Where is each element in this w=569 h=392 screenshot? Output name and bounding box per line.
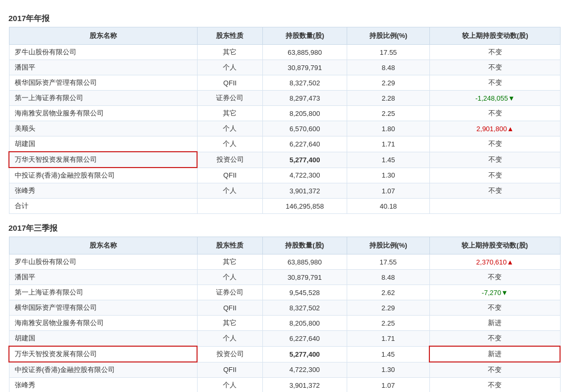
cell-shares: 3,901,372 <box>262 378 347 393</box>
col-header-ratio1: 持股比例(%) <box>347 27 429 45</box>
cell-name: 合计 <box>9 199 197 214</box>
section1-table: 股东名称 股东性质 持股数量(股) 持股比例(%) 较上期持股变动数(股) 罗牛… <box>8 27 561 214</box>
cell-type: QFII <box>197 300 262 316</box>
cell-name: 张峰秀 <box>9 183 197 199</box>
col-header-type2: 股东性质 <box>197 237 262 254</box>
cell-name: 中投证券(香港)金融控股有限公司 <box>9 362 197 378</box>
cell-change: 不变 <box>429 300 560 316</box>
col-header-shares1: 持股数量(股) <box>263 27 347 45</box>
cell-ratio: 1.71 <box>347 331 429 347</box>
cell-name: 第一上海证券有限公司 <box>9 91 197 106</box>
cell-change: 不变 <box>429 378 560 393</box>
cell-type: 个人 <box>197 136 262 152</box>
cell-change <box>430 199 561 214</box>
col-header-change1: 较上期持股变动数(股) <box>430 27 561 45</box>
cell-change: 不变 <box>430 75 561 91</box>
cell-name: 万华天智投资发展有限公司 <box>9 346 197 362</box>
cell-ratio: 17.55 <box>347 254 429 270</box>
cell-name: 胡建国 <box>9 331 197 347</box>
col-header-ratio2: 持股比例(%) <box>347 237 429 254</box>
cell-type: 个人 <box>197 60 262 75</box>
cell-shares: 63,885,980 <box>263 45 347 60</box>
cell-name: 中投证券(香港)金融控股有限公司 <box>9 168 197 183</box>
cell-ratio: 17.55 <box>347 45 429 60</box>
cell-type: QFII <box>197 168 262 183</box>
cell-change: 新进 <box>429 346 560 362</box>
cell-type: 个人 <box>197 121 262 136</box>
cell-shares: 6,227,640 <box>262 331 347 347</box>
cell-shares: 146,295,858 <box>263 199 347 214</box>
cell-shares: 8,297,473 <box>263 91 347 106</box>
cell-change: 不变 <box>429 331 560 347</box>
cell-ratio: 1.30 <box>347 362 429 378</box>
cell-change: 不变 <box>430 183 561 199</box>
col-header-shares2: 持股数量(股) <box>262 237 347 254</box>
cell-change: 新进 <box>429 316 560 331</box>
cell-type: 投资公司 <box>197 346 262 362</box>
cell-type: 投资公司 <box>197 152 262 168</box>
cell-change: 不变 <box>429 270 560 285</box>
cell-ratio: 1.07 <box>347 378 429 393</box>
cell-type: QFII <box>197 362 262 378</box>
cell-name: 海南雅安居物业服务有限公司 <box>9 106 197 121</box>
cell-shares: 5,277,400 <box>263 152 347 168</box>
cell-change: 不变 <box>430 45 561 60</box>
cell-shares: 8,327,502 <box>263 75 347 91</box>
cell-shares: 30,879,791 <box>263 60 347 75</box>
cell-name: 海南雅安居物业服务有限公司 <box>9 316 197 331</box>
cell-change: 不变 <box>429 362 560 378</box>
cell-change: -7,270▼ <box>429 285 560 300</box>
cell-type: 其它 <box>197 316 262 331</box>
cell-ratio: 2.29 <box>347 300 429 316</box>
cell-name: 胡建国 <box>9 136 197 152</box>
cell-shares: 4,722,300 <box>263 168 347 183</box>
cell-type: 个人 <box>197 378 262 393</box>
cell-ratio: 8.48 <box>347 270 429 285</box>
cell-change: 不变 <box>430 136 561 152</box>
cell-shares: 5,277,400 <box>262 346 347 362</box>
cell-ratio: 1.80 <box>347 121 429 136</box>
cell-ratio: 2.28 <box>347 91 429 106</box>
cell-change: -1,248,055▼ <box>430 91 561 106</box>
cell-type <box>197 199 262 214</box>
cell-shares: 4,722,300 <box>262 362 347 378</box>
cell-ratio: 2.29 <box>347 75 429 91</box>
cell-shares: 30,879,791 <box>262 270 347 285</box>
cell-shares: 6,570,600 <box>263 121 347 136</box>
cell-change: 不变 <box>430 152 561 168</box>
cell-name: 潘国平 <box>9 60 197 75</box>
cell-name: 横华国际资产管理有限公司 <box>9 300 197 316</box>
col-header-name1: 股东名称 <box>9 27 197 45</box>
cell-name: 罗牛山股份有限公司 <box>9 254 197 270</box>
cell-change: 不变 <box>430 106 561 121</box>
cell-type: 证券公司 <box>197 285 262 300</box>
section2-title: 2017年三季报 <box>8 223 561 233</box>
section2-table: 股东名称 股东性质 持股数量(股) 持股比例(%) 较上期持股变动数(股) 罗牛… <box>8 237 561 392</box>
cell-ratio: 1.30 <box>347 168 429 183</box>
cell-change: 2,901,800▲ <box>430 121 561 136</box>
cell-name: 张峰秀 <box>9 378 197 393</box>
cell-type: 其它 <box>197 45 262 60</box>
cell-shares: 63,885,980 <box>262 254 347 270</box>
cell-change: 不变 <box>430 168 561 183</box>
cell-name: 第一上海证券有限公司 <box>9 285 197 300</box>
cell-shares: 8,205,800 <box>263 106 347 121</box>
cell-ratio: 1.71 <box>347 136 429 152</box>
cell-type: 其它 <box>197 254 262 270</box>
cell-shares: 8,327,502 <box>262 300 347 316</box>
cell-shares: 3,901,372 <box>263 183 347 199</box>
cell-ratio: 1.07 <box>347 183 429 199</box>
cell-name: 横华国际资产管理有限公司 <box>9 75 197 91</box>
cell-shares: 8,205,800 <box>262 316 347 331</box>
cell-shares: 9,545,528 <box>262 285 347 300</box>
cell-type: QFII <box>197 75 262 91</box>
col-header-name2: 股东名称 <box>9 237 197 254</box>
cell-ratio: 40.18 <box>347 199 429 214</box>
cell-ratio: 2.25 <box>347 316 429 331</box>
col-header-type1: 股东性质 <box>197 27 262 45</box>
cell-ratio: 1.45 <box>347 346 429 362</box>
cell-change: 2,370,610▲ <box>429 254 560 270</box>
cell-shares: 6,227,640 <box>263 136 347 152</box>
cell-ratio: 2.62 <box>347 285 429 300</box>
cell-type: 个人 <box>197 331 262 347</box>
